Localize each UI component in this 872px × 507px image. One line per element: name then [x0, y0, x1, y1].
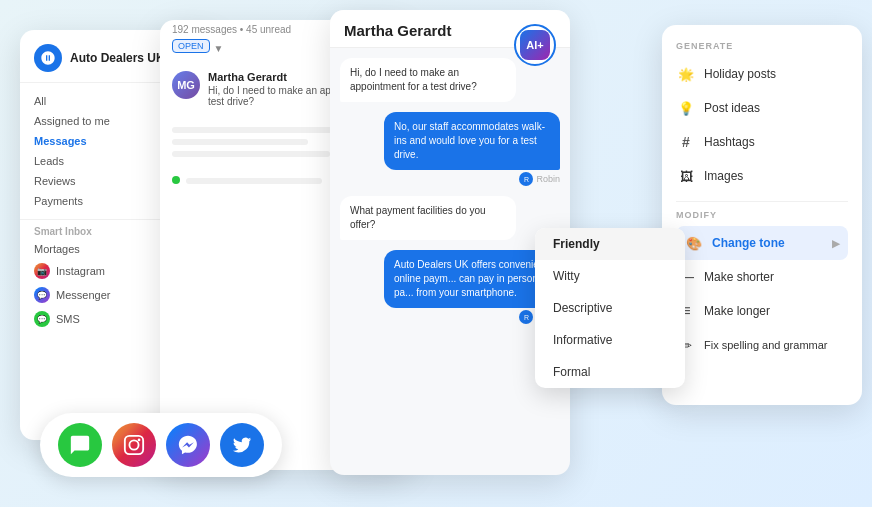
conversation-header: Martha Gerardt AI+: [330, 10, 570, 48]
ai-make-shorter[interactable]: — Make shorter: [676, 260, 848, 294]
generate-label: GENERATE: [676, 41, 848, 51]
ai-images[interactable]: 🖼 Images: [676, 159, 848, 193]
tone-witty[interactable]: Witty: [535, 260, 685, 292]
sms-sub-icon: 💬: [34, 311, 50, 327]
crm-logo-icon: [34, 44, 62, 72]
message-3: What payment facilities do you offer?: [340, 196, 560, 240]
online-dot: [172, 176, 180, 184]
tone-arrow-icon: ▶: [832, 238, 840, 249]
conversation-panel: Martha Gerardt AI+ Hi, do I need to make…: [330, 10, 570, 475]
message-2: No, our staff accommodates walk-ins and …: [340, 112, 560, 186]
skeleton-4: [186, 178, 322, 184]
svg-point-1: [129, 440, 138, 449]
bird-bottom-icon[interactable]: [220, 423, 264, 467]
images-icon: 🖼: [676, 166, 696, 186]
message-4: Auto Dealers UK offers convenient online…: [340, 250, 560, 324]
idea-icon: 💡: [676, 98, 696, 118]
ai-badge: AI+: [514, 24, 556, 66]
ai-holiday-posts[interactable]: 🌟 Holiday posts: [676, 57, 848, 91]
ai-change-tone[interactable]: 🎨 Change tone ▶: [676, 226, 848, 260]
ai-badge-inner: AI+: [520, 30, 550, 60]
ai-generate-panel: GENERATE 🌟 Holiday posts 💡 Post ideas # …: [662, 25, 862, 405]
tone-formal[interactable]: Formal: [535, 356, 685, 388]
ai-make-longer[interactable]: ≡ Make longer: [676, 294, 848, 328]
crm-title: Auto Dealers UK: [70, 51, 165, 65]
ai-hashtags[interactable]: # Hashtags: [676, 125, 848, 159]
scene: Auto Dealers UK All3.5K Assigned to me28…: [0, 0, 872, 507]
ai-fix-spelling[interactable]: ✏ Fix spelling and grammar: [676, 328, 848, 362]
skeleton-2: [172, 139, 308, 145]
sms-bottom-icon[interactable]: [58, 423, 102, 467]
messenger-sub-icon: 💬: [34, 287, 50, 303]
tone-informative[interactable]: Informative: [535, 324, 685, 356]
hashtag-icon: #: [676, 132, 696, 152]
skeleton-3: [172, 151, 330, 157]
messenger-bottom-icon[interactable]: [166, 423, 210, 467]
svg-point-2: [138, 439, 141, 442]
tone-dropdown: Friendly Witty Descriptive Informative F…: [535, 228, 685, 388]
skeleton-1: [172, 127, 353, 133]
robin-avatar-2: R: [519, 310, 533, 324]
martha-avatar: MG: [172, 71, 200, 99]
svg-rect-0: [125, 436, 143, 454]
holiday-icon: 🌟: [676, 64, 696, 84]
conversation-messages: Hi, do I need to make an appointment for…: [330, 48, 570, 453]
modify-label: MODIFY: [676, 210, 848, 220]
instagram-sub-icon: 📷: [34, 263, 50, 279]
ai-divider: [676, 201, 848, 202]
bottom-social-icons: [40, 413, 282, 477]
tone-friendly[interactable]: Friendly: [535, 228, 685, 260]
tone-icon: 🎨: [684, 233, 704, 253]
instagram-bottom-icon[interactable]: [112, 423, 156, 467]
ai-post-ideas[interactable]: 💡 Post ideas: [676, 91, 848, 125]
tone-descriptive[interactable]: Descriptive: [535, 292, 685, 324]
robin-avatar: R: [519, 172, 533, 186]
